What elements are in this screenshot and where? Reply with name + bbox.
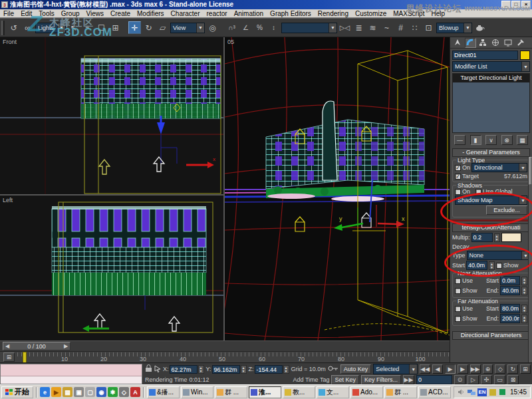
near-show-checkbox[interactable]: [455, 288, 461, 294]
near-end-field[interactable]: 40.0m: [500, 286, 520, 295]
shadows-on-checkbox[interactable]: [455, 189, 461, 195]
select-and-rotate-icon[interactable]: ↻: [142, 21, 155, 34]
set-key-button[interactable]: Set Key: [331, 375, 359, 384]
taskbar-clock[interactable]: 15:45: [510, 388, 527, 396]
modifier-list-dropdown[interactable]: Modifier List▼: [452, 61, 530, 72]
green-app-icon[interactable]: ✱: [108, 387, 118, 397]
red-app-icon[interactable]: A: [130, 387, 140, 397]
quick-render-teapot-icon[interactable]: [473, 21, 486, 34]
percent-snap-icon[interactable]: %: [253, 21, 266, 34]
arc-rotate-icon[interactable]: ↻: [507, 364, 518, 374]
align-icon[interactable]: ≣: [352, 21, 365, 34]
light-color-swatch[interactable]: [520, 51, 530, 60]
curve-editor-icon[interactable]: ~: [380, 21, 393, 34]
explorer-icon[interactable]: ▢: [85, 387, 95, 397]
link-icon[interactable]: ∞: [21, 21, 34, 34]
z-coordinate-field[interactable]: -154.44: [255, 365, 283, 374]
play-button[interactable]: ▶: [445, 364, 456, 374]
field-of-view-icon[interactable]: ◇: [495, 364, 505, 374]
exclude-button[interactable]: Exclude...: [486, 205, 527, 215]
modify-tab-icon[interactable]: [465, 38, 476, 48]
decay-start-field[interactable]: 40.0m: [466, 261, 487, 270]
far-start-spinner[interactable]: ▲▼: [521, 305, 527, 313]
taskbar-task[interactable]: 群 ...: [215, 386, 247, 398]
modifier-stack[interactable]: Target Directional Light: [452, 73, 530, 133]
snap-toggle-icon[interactable]: ∩³: [225, 21, 238, 34]
taskbar-task[interactable]: Ado...: [350, 386, 383, 398]
zoom-extents-icon[interactable]: ▷: [467, 375, 479, 384]
far-end-spinner[interactable]: ▲▼: [521, 315, 527, 323]
taskbar-task[interactable]: 群 ...: [384, 386, 417, 398]
object-name-field[interactable]: Direct01: [452, 51, 518, 60]
folder-icon[interactable]: ▤: [63, 387, 72, 397]
motion-tab-icon[interactable]: [489, 38, 501, 48]
menu-tools[interactable]: Tools: [35, 9, 57, 18]
viewport-left[interactable]: Left: [0, 196, 223, 340]
far-start-field[interactable]: 80.0m: [500, 304, 520, 313]
utilities-tab-icon[interactable]: [515, 38, 526, 48]
hierarchy-tab-icon[interactable]: [477, 38, 489, 48]
auto-key-button[interactable]: Auto Key: [340, 364, 372, 374]
select-and-scale-icon[interactable]: ▱: [156, 21, 169, 34]
menu-reactor[interactable]: reactor: [203, 9, 231, 18]
select-and-move-icon[interactable]: ✛: [128, 21, 141, 34]
multiplier-spinner[interactable]: ▲▼: [494, 233, 500, 242]
time-slider-button[interactable]: ◀ 0 / 100 ▶: [3, 342, 70, 350]
key-mode-toggle-icon[interactable]: ▶▶: [403, 375, 414, 384]
close-button[interactable]: ×: [521, 1, 531, 9]
tray-app-icon[interactable]: [489, 388, 497, 396]
menu-views[interactable]: Views: [83, 9, 108, 18]
viewport-front[interactable]: Front: [0, 37, 223, 194]
spinner-snap-icon[interactable]: ↕: [267, 21, 280, 34]
time-configuration-icon[interactable]: ⊙: [454, 375, 466, 384]
taskbar-task-active[interactable]: 淮...: [249, 386, 281, 398]
y-coordinate-field[interactable]: 96.162m: [212, 365, 240, 374]
named-selection-sets-dropdown[interactable]: ▼: [281, 23, 337, 33]
near-start-field[interactable]: 0.0m: [500, 276, 520, 285]
viewport-front-label[interactable]: Front: [3, 39, 17, 45]
set-key-icon[interactable]: [328, 365, 338, 373]
menu-modifiers[interactable]: Modifiers: [134, 9, 168, 18]
taskbar-task[interactable]: Win...: [181, 386, 213, 398]
light-type-dropdown[interactable]: Directional▼: [471, 163, 527, 172]
start-button[interactable]: 开始: [1, 386, 33, 398]
menu-group[interactable]: Group: [58, 9, 83, 18]
window-crossing-icon[interactable]: ⊞: [109, 21, 122, 34]
taskbar-task[interactable]: 文...: [317, 386, 349, 398]
reference-coordinate-dropdown[interactable]: View▼: [170, 23, 205, 33]
language-indicator[interactable]: EN: [477, 388, 487, 396]
viewport-left-label[interactable]: Left: [3, 197, 13, 203]
light-color-value-swatch[interactable]: [501, 233, 521, 242]
schematic-view-icon[interactable]: #: [394, 21, 407, 34]
far-use-checkbox[interactable]: [455, 306, 461, 312]
go-to-end-button[interactable]: ▶▶: [470, 364, 481, 374]
viewport-camera[interactable]: 05: [225, 37, 450, 340]
pin-stack-button[interactable]: —: [454, 135, 466, 145]
z-spinner[interactable]: ▲▼: [283, 365, 289, 374]
near-use-checkbox[interactable]: [455, 278, 461, 284]
image-viewer-icon[interactable]: ▣: [74, 387, 84, 397]
menu-graph-editors[interactable]: Graph Editors: [267, 9, 315, 18]
create-tab-icon[interactable]: [452, 38, 464, 48]
target-checkbox[interactable]: ✓: [455, 174, 461, 180]
menu-animation[interactable]: Animation: [231, 9, 267, 18]
add-time-tag[interactable]: Add Time Tag: [293, 376, 330, 383]
box-icon[interactable]: ◇: [119, 387, 129, 397]
media-player-icon[interactable]: ▶: [51, 387, 61, 397]
use-global-checkbox[interactable]: [475, 189, 481, 195]
render-scene-icon[interactable]: ⊡: [422, 21, 435, 34]
display-tab-icon[interactable]: [502, 38, 513, 48]
minimize-button[interactable]: _: [501, 1, 511, 9]
player-icon[interactable]: ◉: [96, 387, 106, 397]
maximize-button[interactable]: □: [511, 1, 521, 9]
taskbar-task[interactable]: &播...: [147, 386, 180, 398]
time-slider-track[interactable]: ◀ 0 / 100 ▶: [0, 340, 450, 351]
light-on-checkbox[interactable]: ✓: [455, 165, 461, 171]
toolbar-drag-handle[interactable]: [1, 21, 5, 35]
rect-selection-region-icon[interactable]: ☐: [95, 21, 108, 34]
show-end-result-button[interactable]: ▮: [470, 135, 481, 145]
use-pivot-center-icon[interactable]: ◎: [206, 21, 219, 34]
x-spinner[interactable]: ▲▼: [198, 365, 204, 374]
selection-filter-dropdown[interactable]: Lights▼: [35, 23, 66, 33]
pan-hand-icon[interactable]: ✣: [481, 375, 492, 384]
